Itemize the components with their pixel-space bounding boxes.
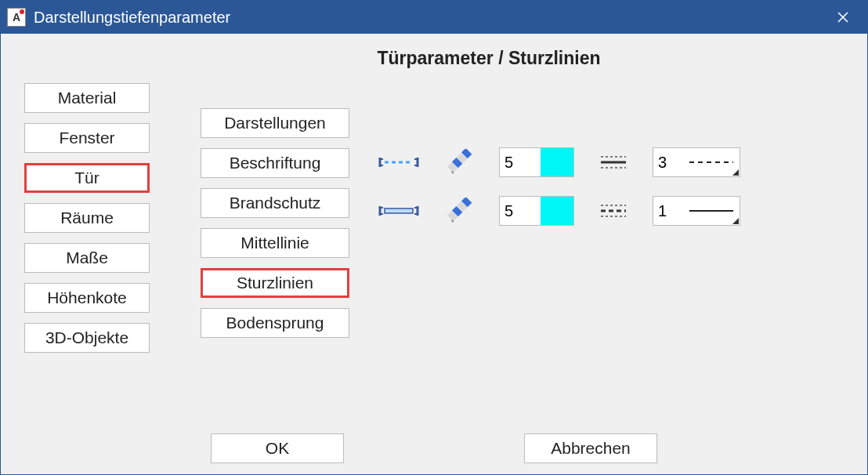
tab-masse[interactable]: Maße: [24, 243, 150, 273]
parameter-rows: [377, 147, 740, 353]
linetype-preview-2[interactable]: [683, 197, 740, 225]
cancel-button[interactable]: Abbrechen: [524, 433, 657, 463]
ok-button[interactable]: OK: [211, 433, 344, 463]
tab-label: Maße: [66, 248, 108, 267]
close-icon: [837, 12, 848, 23]
pen-color-button-1[interactable]: [444, 149, 476, 176]
page-title: Türparameter / Sturzlinien: [110, 34, 867, 75]
param-row-2: [377, 196, 740, 226]
ok-label: OK: [266, 439, 289, 458]
linetype-preview-1[interactable]: [683, 148, 740, 176]
linetype-number-input-1[interactable]: [653, 148, 683, 176]
tab-fenster[interactable]: Fenster: [24, 123, 150, 153]
color-swatch-1[interactable]: [541, 148, 573, 176]
app-icon-letter: A: [13, 11, 20, 24]
subtab-label: Brandschutz: [230, 194, 321, 212]
tab-3d-objekte[interactable]: 3D-Objekte: [24, 323, 150, 353]
lintel-dashed-svg: [377, 154, 421, 170]
param-row-1: [377, 147, 740, 177]
lintel-solid-svg: [377, 203, 421, 219]
tab-label: Höhenkote: [47, 288, 127, 307]
window-title: Darstellungstiefenparameter: [34, 9, 230, 27]
subtab-label: Beschriftung: [230, 154, 321, 172]
main-area: Material Fenster Tür Räume Maße Höhenkot…: [1, 75, 867, 353]
linetype-button-2[interactable]: [598, 202, 629, 219]
left-tabs: Material Fenster Tür Räume Maße Höhenkot…: [24, 83, 150, 353]
sub-panel: Darstellungen Beschriftung Brandschutz M…: [201, 83, 740, 353]
tab-tuer[interactable]: Tür: [24, 163, 150, 193]
tab-label: Tür: [74, 169, 99, 187]
subtab-mittellinie[interactable]: Mittellinie: [201, 228, 349, 258]
subtab-label: Bodensprung: [226, 314, 324, 332]
lintel-dashed-icon[interactable]: [377, 154, 421, 170]
pen-number-input-1[interactable]: [500, 148, 541, 176]
app-icon: A: [7, 8, 26, 27]
close-button[interactable]: [825, 1, 861, 34]
subtab-darstellungen[interactable]: Darstellungen: [201, 108, 349, 138]
linetype-box-1: [653, 147, 740, 177]
pen-number-input-2[interactable]: [500, 197, 541, 225]
titlebar: A Darstellungstiefenparameter: [1, 1, 867, 34]
cancel-label: Abbrechen: [551, 439, 631, 458]
linetype-icon: [599, 202, 627, 219]
pen-number-box-1: [499, 147, 574, 177]
linetype-icon: [599, 154, 627, 171]
linetype-button-1[interactable]: [598, 154, 629, 171]
dialog-window: A Darstellungstiefenparameter Türparamet…: [0, 0, 868, 475]
pen-color-button-2[interactable]: [444, 198, 476, 224]
tab-hoehenkote[interactable]: Höhenkote: [24, 283, 150, 313]
subtab-label: Mittellinie: [241, 234, 309, 252]
tab-label: 3D-Objekte: [45, 328, 128, 347]
subtab-bodensprung[interactable]: Bodensprung: [201, 308, 349, 338]
sub-tabs: Darstellungen Beschriftung Brandschutz M…: [201, 108, 349, 353]
subtab-label: Sturzlinien: [237, 274, 313, 292]
lintel-solid-icon[interactable]: [377, 203, 421, 219]
tab-label: Fenster: [59, 129, 114, 147]
tab-raeume[interactable]: Räume: [24, 203, 150, 233]
pencil-icon: [447, 149, 473, 176]
svg-rect-24: [385, 208, 413, 213]
pencil-icon: [447, 198, 473, 224]
color-swatch-2[interactable]: [541, 197, 573, 225]
linetype-number-input-2[interactable]: [653, 197, 683, 225]
tab-label: Material: [58, 89, 117, 107]
linetype-box-2: [653, 196, 740, 226]
pen-number-box-2: [499, 196, 574, 226]
subtab-beschriftung[interactable]: Beschriftung: [201, 148, 349, 178]
tab-label: Räume: [60, 208, 114, 227]
footer-buttons: OK Abbrechen: [1, 433, 867, 463]
subtab-brandschutz[interactable]: Brandschutz: [201, 188, 349, 218]
subtab-label: Darstellungen: [224, 114, 326, 132]
tab-material[interactable]: Material: [24, 83, 150, 113]
subtab-sturzlinien[interactable]: Sturzlinien: [201, 268, 349, 298]
